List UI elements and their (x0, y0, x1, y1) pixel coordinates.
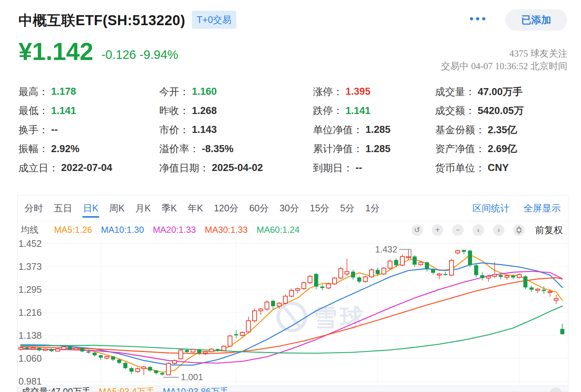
zoom-in-icon[interactable]: + (432, 224, 443, 236)
stat-value: -- (355, 162, 362, 174)
stat-value: 1.285 (365, 143, 391, 155)
price-block: ¥1.142 -0.126 -9.94% (19, 39, 178, 64)
tab-week-k[interactable]: 周K (109, 195, 125, 221)
stat-label: 跌停： (313, 104, 343, 117)
stat-value: 47.00万手 (478, 85, 523, 98)
svg-text:1.060: 1.060 (19, 353, 42, 363)
tab-120min[interactable]: 120分 (214, 195, 238, 221)
stat-row: 涨停：1.395 (313, 82, 391, 101)
y-axis-labels: 1.4521.3731.2951.2161.1381.0600.981 (19, 238, 42, 386)
price-change: -0.126 -9.94% (101, 48, 178, 64)
stat-value: -8.35% (202, 143, 234, 155)
added-watchlist-button[interactable]: 已添加 (505, 9, 567, 31)
tab-day-k[interactable]: 日K (83, 195, 98, 221)
stat-value: 2025-04-02 (212, 162, 263, 174)
quote-page: 中概互联ETF(SH:513220) T+0交易 ••• 已添加 ¥1.142 … (0, 0, 581, 392)
stat-row: 今开：1.160 (159, 82, 263, 101)
volume-label: 成交量:47.00万手 (21, 386, 91, 392)
min-price-annotation: 1.001 (181, 372, 203, 382)
volume-ma5-label: MA5:93.4万手 (99, 386, 155, 392)
stat-label: 振幅： (19, 142, 49, 155)
stat-label: 单位净值： (313, 123, 363, 137)
tab-five-day[interactable]: 五日 (54, 195, 72, 221)
undo-icon[interactable]: ↺ (411, 224, 423, 236)
svg-text:1.216: 1.216 (19, 307, 42, 318)
kline-chart[interactable]: 雪球1.4521.3731.2951.2161.1381.0600.9811.4… (18, 238, 568, 386)
quote-meta: 4375 球友关注 交易中 04-07 10:36:52 北京时间 (441, 47, 567, 73)
next-icon[interactable]: › (493, 224, 504, 236)
ma-legend-ma30: MA30:1.33 (205, 225, 248, 235)
fullscreen-link[interactable]: 全屏显示 (524, 202, 561, 214)
stat-value: 1.141 (51, 105, 76, 117)
stat-label: 成交量： (435, 85, 475, 98)
zoom-out-icon[interactable]: − (452, 224, 464, 236)
stat-value: 2022-07-04 (61, 162, 112, 174)
tab-15min[interactable]: 15分 (310, 195, 330, 221)
stat-label: 累计净值： (313, 142, 363, 155)
stat-value: 1.160 (192, 86, 217, 97)
stat-value: 5420.05万 (478, 104, 524, 117)
stat-row: 昨收：1.268 (159, 101, 263, 121)
stat-row: 成交量：47.00万手 (435, 82, 524, 101)
ma-line-ma5 (21, 255, 562, 372)
stat-label: 最低： (19, 104, 49, 117)
tab-30min[interactable]: 30分 (280, 195, 299, 221)
range-stats-link[interactable]: 区间统计 (473, 202, 510, 214)
stat-label: 基金份额： (435, 123, 485, 137)
stat-label: 今开： (159, 85, 189, 98)
tab-5min[interactable]: 5分 (340, 195, 355, 221)
period-tab-bar: 分时五日日K周K月K季K年K120分60分30分15分5分1分 区间统计全屏显示 (18, 195, 568, 221)
stat-label: 净值日期： (159, 161, 209, 175)
tab-minute[interactable]: 分时 (24, 195, 43, 221)
max-price-annotation: 1.432 (375, 244, 397, 254)
stat-label: 溢价率： (159, 142, 199, 155)
t0-trade-badge: T+0交易 (192, 11, 236, 29)
stat-row: 货币单位：CNY (435, 158, 524, 178)
ma-lines (21, 255, 562, 372)
stat-row: 振幅：2.92% (19, 140, 112, 159)
stat-row: 净值日期：2025-04-02 (159, 158, 263, 178)
stats-column: 涨停：1.395跌停：1.141单位净值：1.285累计净值：1.285到期日：… (313, 82, 391, 178)
collapse-pane-button[interactable]: × (550, 388, 562, 392)
stat-label: 涨停： (313, 85, 343, 98)
tab-month-k[interactable]: 月K (135, 195, 151, 221)
ma-legend-ma60: MA60:1.24 (257, 225, 300, 235)
stat-value: 2.35亿 (488, 123, 517, 137)
ma-legend-ma10: MA10:1.30 (101, 225, 144, 235)
candle-style-icon[interactable] (513, 224, 525, 236)
stat-label: 资产净值： (435, 142, 485, 155)
tab-year-k[interactable]: 年K (188, 195, 203, 221)
stat-row: 累计净值：1.285 (313, 140, 391, 159)
tab-1min[interactable]: 1分 (365, 195, 380, 221)
stat-value: 1.143 (192, 124, 217, 135)
stat-value: -- (51, 124, 58, 135)
stat-row: 到期日：-- (313, 158, 391, 178)
stat-value: 1.395 (345, 86, 371, 97)
ma-legend-ma20: MA20:1.33 (153, 225, 196, 235)
stat-value: 2.69亿 (488, 142, 517, 155)
adjust-mode-button[interactable]: 前复权 (535, 224, 563, 236)
ma-toolbar: 均线 MA5:1.26MA10:1.30MA20:1.33MA30:1.33MA… (18, 221, 568, 238)
chart-links: 区间统计全屏显示 (458, 202, 561, 214)
svg-text:1.373: 1.373 (19, 261, 42, 272)
tab-quarter-k[interactable]: 季K (161, 195, 177, 221)
stat-row: 资产净值：2.69亿 (435, 140, 524, 159)
ma-legend: MA5:1.26MA10:1.30MA20:1.33MA30:1.33MA60:… (54, 225, 403, 235)
stat-value: 1.141 (345, 105, 371, 117)
svg-text:0.981: 0.981 (19, 376, 42, 386)
stats-column: 今开：1.160昨收：1.268市价：1.143溢价率：-8.35%净值日期：2… (159, 82, 263, 178)
stat-row: 最低：1.141 (19, 101, 112, 121)
stat-label: 昨收： (159, 104, 189, 117)
tab-60min[interactable]: 60分 (249, 195, 269, 221)
stat-row: 换手：-- (19, 120, 112, 140)
ma-legend-ma5: MA5:1.26 (54, 225, 92, 235)
stat-label: 最高： (19, 85, 49, 98)
more-button[interactable]: ••• (470, 13, 488, 25)
stat-row: 溢价率：-8.35% (159, 140, 263, 159)
grid (18, 238, 568, 386)
current-price: ¥1.142 (19, 39, 93, 64)
page-title: 中概互联ETF(SH:513220) (19, 11, 185, 30)
prev-icon[interactable]: ‹ (473, 224, 484, 236)
chart-panel: 分时五日日K周K月K季K年K120分60分30分15分5分1分 区间统计全屏显示… (17, 195, 568, 392)
stat-label: 货币单位： (435, 161, 485, 175)
